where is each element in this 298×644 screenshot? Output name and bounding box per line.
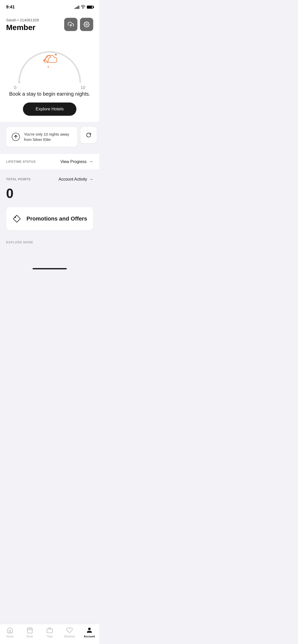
svg-text:★: ★ [43,58,46,62]
status-time: 9:41 [6,5,15,10]
total-points-value: 0 [0,183,99,207]
upgrade-card-text: You're only 10 nights away from Silver E… [24,131,72,142]
svg-text:★: ★ [47,65,49,68]
promotions-title: Promotions and Offers [26,215,87,223]
svg-point-7 [15,217,16,218]
max-nights-label: 10 [80,85,85,90]
night-icon: ★ ★ ★ [37,49,62,71]
view-progress-arrow: → [89,159,93,164]
home-indicator [33,268,67,269]
divider-2 [0,170,99,172]
settings-button[interactable] [80,18,93,31]
svg-text:★: ★ [54,52,58,56]
progress-labels: 0 10 [14,85,85,90]
progress-section: ★ ★ ★ 0 10 Book a stay to begin earning … [0,38,99,122]
total-points-header: TOTAL POINTS Account Activity → [0,172,99,183]
signal-icon [75,5,79,9]
view-progress-link[interactable]: View Progress → [60,159,93,164]
svg-point-2 [86,24,87,25]
svg-point-0 [83,8,83,8]
account-activity-arrow: → [89,177,93,182]
cards-row: You're only 10 nights away from Silver E… [0,122,99,152]
user-info: Sarah • 214061328 Member [6,18,39,32]
upgrade-icon [11,132,20,142]
total-points-row: TOTAL POINTS Account Activity → [6,177,93,182]
battery-icon [87,6,93,9]
user-name-id: Sarah • 214061328 [6,18,39,22]
explore-hotels-button[interactable]: Explore Hotels [23,103,77,116]
promotions-card[interactable]: Promotions and Offers [6,207,93,230]
lifetime-status-row: LIFETIME STATUS View Progress → [0,154,99,169]
upload-button[interactable] [64,18,77,31]
account-activity-link[interactable]: Account Activity → [59,177,93,182]
header: Sarah • 214061328 Member [0,13,99,38]
progress-gauge: ★ ★ ★ [14,46,85,84]
explore-more-label: EXPLORE MORE [0,237,99,246]
status-icons [75,5,93,9]
status-bar: 9:41 [0,0,99,13]
upgrade-card[interactable]: You're only 10 nights away from Silver E… [6,127,77,147]
header-actions [64,18,93,31]
promotions-icon [11,213,22,224]
min-nights-label: 0 [14,85,16,90]
member-title: Member [6,23,39,32]
total-points-label: TOTAL POINTS [6,178,31,181]
lifetime-status-label: LIFETIME STATUS [6,160,36,164]
progress-message: Book a stay to begin earning nights. [9,90,90,97]
bottom-spacer [0,246,99,267]
refresh-card[interactable] [80,127,97,143]
divider-1 [0,152,99,154]
wifi-icon [81,5,85,9]
